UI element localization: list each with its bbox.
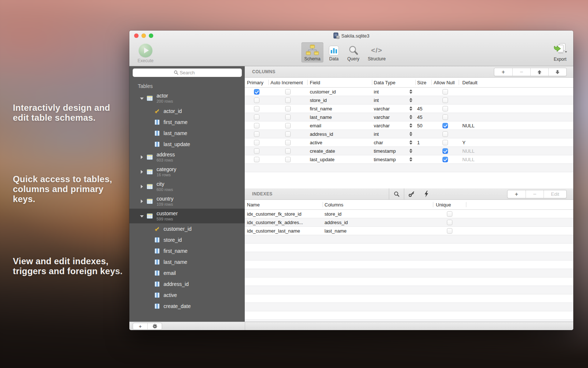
column-icon (155, 142, 159, 147)
edit-index-button[interactable]: Edit (544, 190, 566, 198)
allow-null-checkbox[interactable] (442, 123, 448, 128)
remove-index-button[interactable]: − (526, 190, 544, 198)
search-field[interactable] (133, 70, 242, 76)
title-bar[interactable]: Sakila.sqlite3 (129, 31, 573, 41)
sidebar-table-category[interactable]: category16 rows (129, 164, 245, 179)
disclosure-triangle-icon[interactable] (140, 155, 144, 159)
sidebar-column-last_update[interactable]: last_update (129, 139, 245, 150)
primary-checkbox[interactable] (254, 114, 259, 120)
auto-increment-cell (268, 130, 307, 138)
export-button[interactable]: Export (553, 43, 567, 62)
sidebar-column-store_id[interactable]: store_id (129, 234, 245, 245)
primary-checkbox[interactable] (254, 98, 259, 103)
columns-row-last_update[interactable]: last_updatetimestampNULL (245, 155, 573, 164)
data-type-stepper[interactable] (409, 149, 412, 153)
data-type-stepper[interactable] (409, 132, 412, 136)
auto-increment-checkbox[interactable] (285, 131, 291, 137)
allow-null-checkbox[interactable] (442, 89, 448, 95)
auto-increment-checkbox[interactable] (285, 106, 291, 112)
add-column-button[interactable]: + (494, 68, 512, 76)
disclosure-triangle-icon[interactable] (140, 170, 144, 174)
allow-null-checkbox[interactable] (442, 114, 448, 120)
auto-increment-checkbox[interactable] (285, 89, 291, 95)
triggers-view-button[interactable] (419, 191, 434, 197)
tab-query[interactable]: Query (344, 42, 362, 63)
foreign-keys-view-button[interactable] (404, 191, 419, 197)
auto-increment-checkbox[interactable] (285, 114, 291, 120)
primary-checkbox[interactable] (254, 106, 259, 112)
unique-checkbox[interactable] (447, 228, 452, 234)
sidebar-column-last_name[interactable]: last_name (129, 128, 245, 139)
sidebar-table-country[interactable]: country109 rows (129, 194, 245, 209)
auto-increment-checkbox[interactable] (285, 98, 291, 103)
data-type-stepper[interactable] (409, 157, 412, 162)
index-row-1[interactable]: idx_customer_fk_store_idstore_id (245, 210, 573, 218)
data-type-cell: varchar (372, 105, 415, 113)
move-column-up-button[interactable] (530, 68, 548, 76)
primary-checkbox[interactable] (254, 140, 259, 145)
columns-row-last_name[interactable]: last_namevarchar45 (245, 113, 573, 121)
allow-null-checkbox[interactable] (442, 106, 448, 112)
disclosure-triangle-icon[interactable] (140, 96, 144, 100)
sidebar-column-actor_id[interactable]: actor_id (129, 106, 245, 117)
data-type-stepper[interactable] (409, 115, 412, 119)
tab-schema[interactable]: Schema (301, 42, 323, 63)
allow-null-checkbox[interactable] (442, 131, 448, 137)
allow-null-checkbox[interactable] (442, 148, 448, 154)
disclosure-triangle-icon[interactable] (140, 214, 144, 218)
unique-checkbox[interactable] (447, 220, 452, 225)
move-column-down-button[interactable] (548, 68, 566, 76)
data-type-stepper[interactable] (409, 89, 412, 94)
index-row-2[interactable]: idx_customer_fk_addres...address_id (245, 218, 573, 227)
search-input[interactable] (133, 68, 242, 77)
auto-increment-checkbox[interactable] (285, 140, 291, 145)
data-type-stepper[interactable] (409, 123, 412, 128)
primary-checkbox[interactable] (254, 157, 259, 162)
sidebar-column-active[interactable]: active (129, 290, 245, 301)
remove-column-button[interactable]: − (512, 68, 530, 76)
allow-null-checkbox[interactable] (442, 140, 448, 145)
empty-row (245, 235, 573, 244)
data-type-stepper[interactable] (409, 140, 412, 145)
auto-increment-checkbox[interactable] (285, 157, 291, 162)
sidebar-column-last_name[interactable]: last_name (129, 256, 245, 268)
sidebar-column-first_name[interactable]: first_name (129, 245, 245, 256)
sidebar-table-address[interactable]: address603 rows (129, 150, 245, 164)
sidebar-column-first_name[interactable]: first_name (129, 117, 245, 128)
execute-button[interactable]: Execute (135, 43, 157, 63)
allow-null-checkbox[interactable] (442, 157, 448, 162)
add-index-button[interactable]: + (508, 190, 526, 198)
tab-data[interactable]: Data (326, 42, 342, 63)
sidebar-table-customer[interactable]: customer599 rows (129, 209, 245, 223)
auto-increment-checkbox[interactable] (285, 148, 291, 154)
unique-checkbox[interactable] (447, 211, 452, 217)
sidebar-column-email[interactable]: email (129, 268, 245, 279)
columns-row-address_id[interactable]: address_idint (245, 130, 573, 138)
disclosure-triangle-icon[interactable] (140, 185, 144, 188)
columns-row-email[interactable]: emailvarchar50NULL (245, 121, 573, 130)
auto-increment-checkbox[interactable] (285, 123, 291, 128)
primary-checkbox[interactable] (254, 89, 259, 95)
columns-row-first_name[interactable]: first_namevarchar45 (245, 105, 573, 113)
allow-null-checkbox[interactable] (442, 98, 448, 103)
primary-checkbox[interactable] (254, 123, 259, 128)
tab-structure[interactable]: </> Structure (365, 42, 389, 63)
primary-checkbox[interactable] (254, 131, 259, 137)
primary-checkbox[interactable] (254, 148, 259, 154)
data-type-stepper[interactable] (409, 106, 412, 111)
indexes-view-button[interactable] (389, 191, 404, 197)
index-row-3[interactable]: idx_customer_last_namelast_name (245, 227, 573, 235)
add-table-button[interactable]: + (133, 323, 147, 329)
columns-row-create_date[interactable]: create_datetimestampNULL (245, 147, 573, 155)
disclosure-triangle-icon[interactable] (140, 199, 144, 203)
data-type-stepper[interactable] (409, 98, 412, 102)
sidebar-column-create_date[interactable]: create_date (129, 301, 245, 312)
sidebar-table-city[interactable]: city600 rows (129, 179, 245, 194)
sidebar-column-customer_id[interactable]: customer_id (129, 223, 245, 234)
columns-row-active[interactable]: activechar1Y (245, 138, 573, 147)
table-settings-button[interactable] (147, 323, 162, 329)
columns-row-customer_id[interactable]: customer_idint (245, 88, 573, 96)
sidebar-column-address_id[interactable]: address_id (129, 279, 245, 290)
columns-row-store_id[interactable]: store_idint (245, 96, 573, 105)
sidebar-table-actor[interactable]: actor200 rows (129, 91, 245, 106)
